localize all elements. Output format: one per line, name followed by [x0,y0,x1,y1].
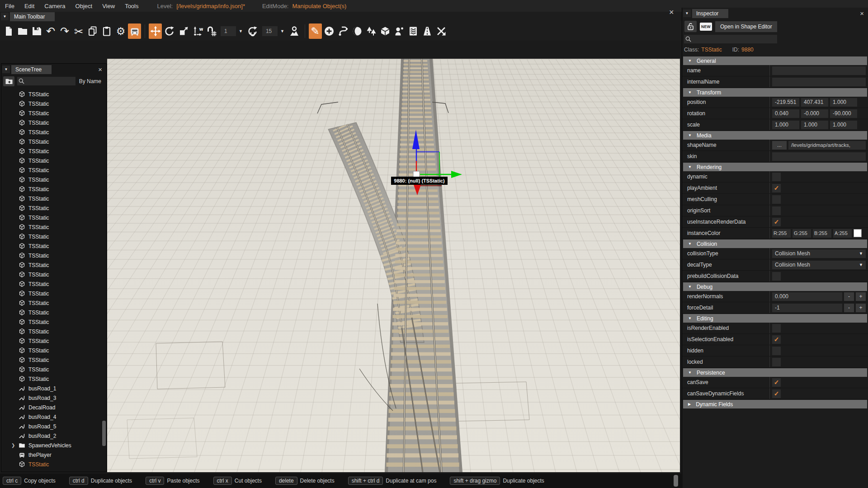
dynamic-checkbox[interactable] [772,173,781,181]
scene-node-TSStatic[interactable]: TSStatic [3,184,101,194]
scene-tree-search-input[interactable] [17,77,75,85]
redo-button[interactable] [58,23,71,39]
create-object-button[interactable] [323,23,336,39]
position-x-input[interactable]: -219.551 [772,98,799,107]
menu-view[interactable]: View [97,3,120,9]
scene-tree-collapse-caret-icon[interactable]: ▼ [2,66,10,73]
locked-checkbox[interactable] [772,358,781,366]
editmode-value[interactable]: Manipulate Object(s) [292,3,347,9]
rotation-snap-button[interactable] [246,23,259,39]
scene-node-busRoad_2[interactable]: busRoad_2 [3,431,101,441]
position-y-input[interactable]: 407.431 [801,98,828,107]
scene-node-TSStatic[interactable]: TSStatic [3,355,101,365]
prebuildCollisionData-checkbox[interactable] [772,272,781,281]
forceDetail-increment-button[interactable]: + [856,304,866,312]
scene-node-TSStatic[interactable]: TSStatic [3,213,101,222]
scene-node-TSStatic[interactable]: TSStatic [3,108,101,118]
section-header-debug[interactable]: ▼Debug [683,282,867,291]
originSort-checkbox[interactable] [772,206,781,215]
playAmbient-checkbox[interactable]: ✓ [772,184,781,192]
inspector-close-icon[interactable]: × [856,9,868,17]
scene-node-TSStatic[interactable]: TSStatic [3,308,101,317]
scene-node-TSStatic[interactable]: TSStatic [3,289,101,298]
scene-tree-title[interactable]: SceneTree [11,65,52,74]
instanceColor-r-input[interactable]: R:255 [772,229,791,238]
main-toolbar-tab[interactable]: Main Toolbar [10,12,55,21]
scene-node-TSStatic[interactable]: TSStatic [3,327,101,336]
filter-mode-dropdown[interactable]: By Name [78,78,104,84]
cut-button[interactable] [72,23,85,39]
scene-node-TSStatic[interactable]: TSStatic [3,127,101,137]
snap-to-grid-button[interactable] [205,23,218,39]
section-header-general[interactable]: ▼General [683,56,867,65]
scene-node-thePlayer[interactable]: thePlayer [3,450,101,460]
paste-button[interactable] [100,23,113,39]
river-tool-button[interactable] [407,23,420,39]
scene-node-TSStatic[interactable]: TSStatic [3,137,101,146]
scene-node-busRoad_4[interactable]: busRoad_4 [3,412,101,422]
particle-tool-button[interactable] [393,23,406,39]
scene-node-TSStatic[interactable]: TSStatic [3,251,101,260]
copy-button[interactable] [86,23,99,39]
grid-snap-size-value[interactable]: 1 [221,26,236,36]
open-level-button[interactable] [16,23,29,39]
scene-node-TSStatic[interactable]: TSStatic [3,222,101,232]
collisionType-dropdown[interactable]: Collision Mesh▼ [772,249,866,258]
renderNormals-input[interactable]: 0.000 [772,292,842,301]
scene-node-TSStatic[interactable]: TSStatic [3,460,101,469]
scene-node-TSStatic[interactable]: TSStatic [3,165,101,175]
spline-tool-button[interactable] [337,23,350,39]
scale-x-input[interactable]: 1.000 [772,121,799,129]
viewport-3d[interactable]: 9880: (null) (TSStatic) [107,59,680,472]
rotation-y-input[interactable]: -0.000 [801,109,828,118]
scene-node-TSStatic[interactable]: TSStatic [3,374,101,384]
rotation-snap-angle-caret-icon[interactable]: ▼ [280,29,284,33]
scene-node-busRoad_5[interactable]: busRoad_5 [3,422,101,431]
menu-tools[interactable]: Tools [120,3,143,9]
rotation-z-input[interactable]: -90.000 [830,109,857,118]
scene-node-TSStatic[interactable]: TSStatic [3,203,101,213]
scene-node-TSStatic[interactable]: TSStatic [3,99,101,108]
scale-y-input[interactable]: 1.000 [801,121,828,129]
scene-node-TSStatic[interactable]: TSStatic [3,317,101,327]
section-header-rendering[interactable]: ▼Rendering [683,163,867,171]
renderNormals-decrement-button[interactable]: - [844,292,854,301]
scene-node-TSStatic[interactable]: TSStatic [3,336,101,346]
skin-input[interactable] [772,152,866,161]
vehicle-mode-button[interactable] [128,23,141,39]
shapeName-input[interactable]: /levels/gridmap/art/tracks, [788,141,866,150]
scene-node-TSStatic[interactable]: TSStatic [3,270,101,279]
instanceColor-a-input[interactable]: A:255 [833,229,852,238]
meshCulling-checkbox[interactable] [772,195,781,204]
scene-node-TSStatic[interactable]: TSStatic [3,118,101,127]
rotation-x-input[interactable]: 0.040 [772,109,799,118]
new-folder-button[interactable] [3,76,14,86]
menu-file[interactable]: File [0,3,19,9]
save-level-button[interactable] [30,23,43,39]
useInstanceRenderData-checkbox[interactable]: ✓ [772,218,781,226]
intersection-tool-button[interactable] [435,23,448,39]
section-header-transform[interactable]: ▼Transform [683,88,867,97]
mesh-road-tool-button[interactable] [379,23,392,39]
drop-player-button[interactable] [288,23,301,39]
position-z-input[interactable]: 1.000 [830,98,857,107]
instanceColor-g-input[interactable]: G:255 [793,229,811,238]
section-header-media[interactable]: ▼Media [683,131,867,140]
bottom-scrollbar-thumb[interactable] [674,475,678,487]
scene-tree-scrollbar-thumb[interactable] [102,421,106,446]
forest-tool-button[interactable] [365,23,378,39]
scene-node-TSStatic[interactable]: TSStatic [3,156,101,165]
instanceColor-b-input[interactable]: B:255 [813,229,831,238]
open-shape-editor-button[interactable]: Open in Shape Editor [715,21,777,32]
shapeName-browse-button[interactable]: ... [772,141,787,150]
translate-tool-button[interactable] [149,23,162,39]
isRenderEnabled-checkbox[interactable] [772,324,781,333]
scene-node-TSStatic[interactable]: TSStatic [3,194,101,203]
level-path[interactable]: [/levels/gridmap/info.json]* [176,3,245,9]
scene-node-DecalRoad[interactable]: DecalRoad [3,403,101,412]
menu-object[interactable]: Object [71,3,98,9]
new-level-button[interactable] [2,23,15,39]
transform-space-button[interactable] [191,23,204,39]
inspector-collapse-caret-icon[interactable]: ▼ [683,9,691,17]
scene-node-TSStatic[interactable]: TSStatic [3,241,101,251]
